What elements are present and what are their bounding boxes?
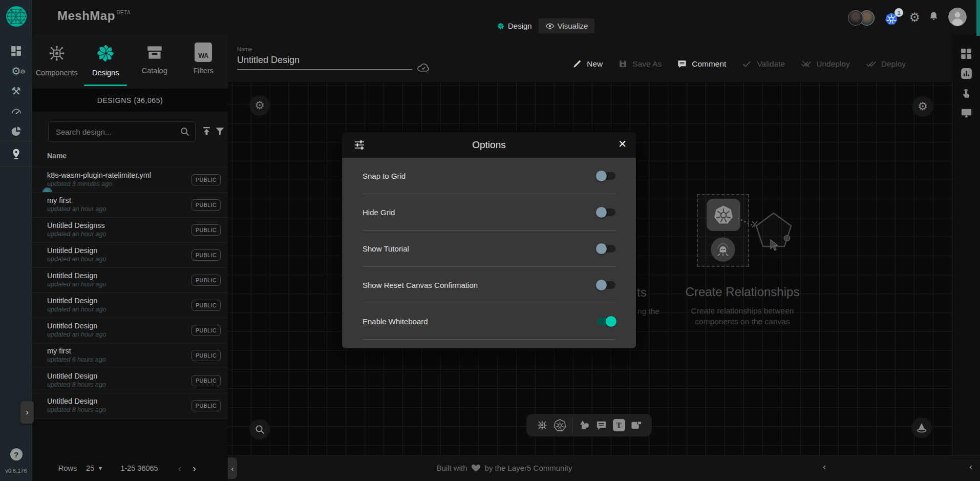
visibility-badge: PUBLIC: [191, 375, 221, 386]
rows-per-page-select[interactable]: 25 ▼: [86, 464, 103, 472]
small-gear-icon: ⚙: [20, 69, 26, 75]
filter-designs-button[interactable]: [215, 126, 225, 137]
show-tutorial-toggle[interactable]: [597, 245, 615, 253]
column-header-name: Name: [47, 152, 67, 160]
import-design-button[interactable]: [201, 126, 212, 137]
next-page-button[interactable]: ›: [187, 463, 202, 474]
undeploy-button[interactable]: Undeploy: [800, 58, 850, 69]
zoom-control-button[interactable]: [249, 419, 270, 440]
new-button[interactable]: New: [572, 58, 603, 69]
search-design-input[interactable]: [56, 128, 180, 136]
designs-count-header: DESIGNS (36,065): [32, 89, 228, 112]
nav-performance[interactable]: [0, 101, 32, 121]
enable-whiteboard-toggle[interactable]: [597, 318, 615, 325]
design-row[interactable]: Untitled Design updated an hour ago PUBL…: [32, 293, 228, 318]
settings-gear-button[interactable]: ⚙: [909, 10, 920, 25]
tab-filters[interactable]: WA Filters: [179, 34, 228, 89]
occluded-title-fragment: ts: [637, 285, 647, 300]
app-version: v0.6.176: [5, 468, 27, 474]
pagination-bar: Rows 25 ▼ 1-25 36065 ‹ ›: [32, 455, 228, 481]
floppy-icon: [618, 59, 628, 69]
nav-meshmap[interactable]: [0, 141, 32, 166]
search-icon[interactable]: [180, 127, 190, 137]
strip-collapse-chevron[interactable]: ‹: [969, 461, 972, 472]
design-row[interactable]: my first updated an hour ago PUBLIC: [32, 193, 228, 218]
nav-configuration[interactable]: ⚒: [0, 81, 32, 101]
tab-components[interactable]: Components: [32, 34, 81, 89]
layer5-logo-icon[interactable]: [5, 5, 28, 28]
canvas-gear-button-left[interactable]: ⚙: [249, 95, 270, 116]
beta-tag: BETA: [117, 10, 131, 15]
tab-designs[interactable]: Designs: [81, 34, 131, 89]
visibility-badge: PUBLIC: [191, 400, 221, 411]
tools-icon: ⚒: [11, 86, 21, 96]
options-modal: Options ✕ Snap to Grid Hide Grid Show Tu…: [342, 132, 636, 348]
design-row[interactable]: Untitled Design updated 8 hours ago PUBL…: [32, 368, 228, 393]
pentagon-shape: [750, 209, 797, 256]
panel-collapse-handle[interactable]: ›: [20, 401, 34, 424]
canvas-gear-button-right[interactable]: ⚙: [912, 96, 933, 117]
widgets-button[interactable]: [961, 48, 972, 59]
nav-extensions[interactable]: [0, 121, 32, 141]
shapes-tool-button[interactable]: [578, 419, 590, 431]
notifications-bell-button[interactable]: [928, 11, 940, 23]
tab-components-label: Components: [36, 69, 78, 77]
nav-lifecycle[interactable]: ⚙⚙: [0, 61, 32, 81]
kubernetes-context-button[interactable]: 1: [885, 12, 898, 26]
close-icon[interactable]: ✕: [618, 138, 627, 150]
dock-collapse-chevron[interactable]: ‹: [823, 461, 826, 472]
kubernetes-tool-button[interactable]: [553, 419, 566, 432]
interaction-button[interactable]: [961, 88, 972, 99]
visualize-mode-label: Visualize: [558, 22, 588, 30]
analytics-button[interactable]: [960, 67, 973, 80]
top-header: MeshMap BETA Design: [32, 0, 980, 34]
options-modal-header[interactable]: Options ✕: [342, 132, 636, 158]
design-row[interactable]: Untitled Designss updated an hour ago PU…: [32, 218, 228, 243]
reset-confirmation-toggle[interactable]: [597, 281, 615, 289]
comment-tool-button[interactable]: [595, 420, 607, 431]
tab-filters-label: Filters: [194, 67, 214, 75]
help-button[interactable]: ?: [10, 448, 23, 461]
deploy-button[interactable]: Deploy: [865, 58, 906, 69]
collaborator-avatars[interactable]: [848, 10, 875, 26]
touch-hand-icon: [961, 88, 972, 99]
visibility-badge: PUBLIC: [191, 199, 221, 211]
catalog-icon: [145, 43, 164, 62]
double-check-icon: [865, 58, 877, 69]
components-icon: [536, 419, 548, 431]
design-row[interactable]: Untitled Design updated an hour ago PUBL…: [32, 318, 228, 343]
nav-dashboard[interactable]: [0, 41, 32, 61]
design-name-input[interactable]: [237, 52, 412, 70]
design-row[interactable]: k8s-wasm-plugin-ratelimiter.yml updated …: [32, 168, 228, 193]
hide-grid-toggle[interactable]: [597, 208, 615, 216]
visibility-badge: PUBLIC: [191, 249, 221, 261]
text-tool-button[interactable]: T: [613, 419, 625, 431]
occluded-subtitle-fragment: ng the: [637, 307, 659, 316]
validate-button[interactable]: Validate: [741, 58, 785, 69]
pie-icon: [11, 126, 22, 137]
tab-catalog[interactable]: Catalog: [130, 34, 179, 89]
drawer-accent-edge: [976, 0, 980, 36]
previous-page-button[interactable]: ‹: [173, 463, 187, 474]
tab-designs-label: Designs: [92, 69, 119, 77]
footer-collapse-handle[interactable]: ‹: [228, 457, 237, 479]
user-avatar-button[interactable]: [948, 8, 967, 26]
options-modal-title: Options: [472, 139, 505, 151]
design-row[interactable]: my first updated 6 hours ago PUBLIC: [32, 343, 228, 368]
media-tool-button[interactable]: [630, 420, 642, 431]
view-3d-button[interactable]: [911, 417, 932, 438]
design-row[interactable]: Untitled Design updated an hour ago PUBL…: [32, 243, 228, 268]
tab-design-mode[interactable]: Design: [490, 18, 539, 33]
design-row[interactable]: Untitled Design updated 8 hours ago PUBL…: [32, 393, 228, 419]
tab-visualize-mode[interactable]: Visualize: [539, 18, 595, 33]
snap-to-grid-toggle[interactable]: [597, 172, 615, 180]
save-as-button[interactable]: Save As: [618, 58, 662, 69]
squid-mascot-node: [710, 237, 736, 262]
display-button[interactable]: [961, 107, 972, 119]
option-snap-to-grid: Snap to Grid: [363, 158, 615, 194]
design-row[interactable]: Untitled Design updated an hour ago PUBL…: [32, 268, 228, 293]
funnel-icon: [215, 126, 225, 137]
comment-button[interactable]: Comment: [677, 58, 726, 69]
components-tool-button[interactable]: [536, 419, 548, 431]
option-show-tutorial: Show Tutorial: [363, 231, 615, 267]
